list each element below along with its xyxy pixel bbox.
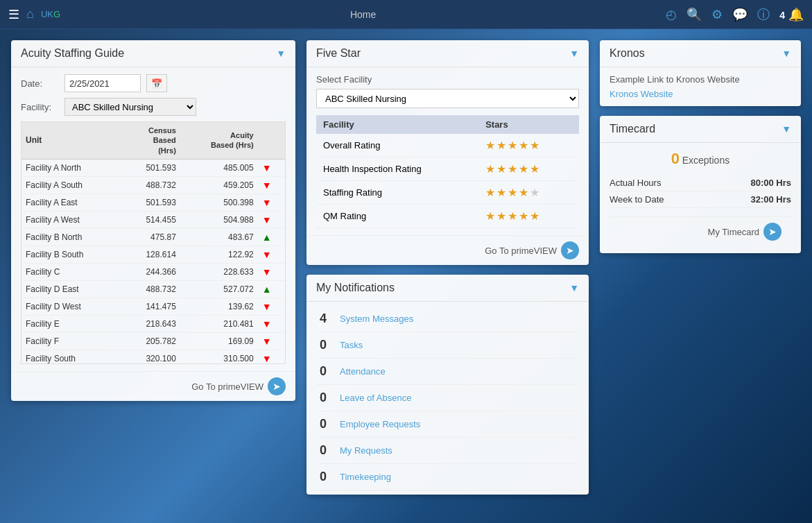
unit-cell: Facility A South [21, 176, 122, 194]
acuity-go-button[interactable]: ➤ [268, 377, 286, 395]
star-icon: ★ [519, 139, 530, 151]
acuity-cell: 483.67 [180, 228, 258, 246]
down-arrow-icon: ▼ [262, 180, 272, 191]
chat-icon[interactable]: 💬 [732, 7, 748, 22]
acuity-collapse-icon[interactable]: ▼ [276, 48, 286, 59]
down-arrow-icon: ▼ [262, 162, 272, 173]
stars-cell: ★★★★★ [478, 181, 579, 205]
table-row: Facility D West 141.475 139.62 ▼ [21, 298, 285, 315]
notification-item: 0 Attendance [316, 359, 579, 385]
notification-count: 0 [316, 443, 330, 458]
fivestar-go-link: Go To primeVIEW ➤ [306, 235, 589, 265]
census-cell: 320.100 [122, 350, 180, 364]
unit-cell: Facility E [21, 315, 122, 332]
census-cell: 218.643 [122, 315, 180, 332]
notification-link[interactable]: Timekeeping [340, 472, 391, 482]
facility-label-cell: Overall Rating [316, 134, 478, 157]
notification-item: 0 Leave of Absence [316, 385, 579, 411]
notification-link[interactable]: Tasks [340, 340, 363, 350]
fivestar-col-facility: Facility [316, 115, 478, 134]
notification-count: 0 [316, 470, 330, 484]
census-cell: 128.614 [122, 246, 180, 263]
calendar-button[interactable]: 📅 [146, 74, 167, 92]
kronos-title: Kronos [610, 47, 645, 60]
notification-link[interactable]: Leave of Absence [340, 393, 411, 403]
settings-icon[interactable]: ⚙ [711, 7, 723, 22]
facility-label-cell: Health Inspection Rating [316, 157, 478, 181]
kronos-header: Kronos ▼ [600, 40, 801, 67]
unit-cell: Facility A West [21, 211, 122, 228]
timecard-go-button[interactable]: ➤ [763, 223, 781, 241]
star-icon: ★ [496, 187, 508, 198]
kronos-body: Example Link to Kronos Website Kronos We… [600, 67, 801, 106]
star-icon: ★ [519, 163, 530, 175]
notifications-card: My Notifications ▼ 4 System Messages 0 T… [306, 275, 589, 495]
exceptions-label: Exceptions [682, 155, 729, 166]
acuity-cell: 500.398 [180, 194, 258, 211]
notification-link[interactable]: System Messages [340, 314, 413, 324]
fivestar-title: Five Star [316, 47, 361, 60]
timecard-row-label: Actual Hours [610, 178, 661, 188]
kronos-collapse-icon[interactable]: ▼ [781, 48, 791, 59]
census-cell: 501.593 [122, 194, 180, 211]
home-icon[interactable]: ⌂ [26, 7, 34, 22]
notification-link[interactable]: My Requests [340, 445, 392, 456]
fivestar-go-button[interactable]: ➤ [561, 241, 579, 259]
star-icon: ★ [485, 163, 496, 175]
date-input[interactable] [64, 74, 141, 92]
direction-cell: ▼ [258, 194, 285, 211]
timecard-row-value: 80:00 Hrs [750, 178, 791, 188]
facility-label-cell: Staffing Rating [316, 181, 478, 205]
notification-link[interactable]: Attendance [340, 366, 386, 377]
table-row: Overall Rating ★★★★★ [316, 134, 579, 157]
help-icon[interactable]: ⓘ [757, 6, 770, 23]
acuity-title: Acuity Staffing Guide [21, 47, 124, 60]
notifications-collapse-icon[interactable]: ▼ [569, 282, 579, 293]
star-icon: ★ [519, 187, 530, 198]
acuity-go-link: Go To primeVIEW ➤ [11, 371, 295, 401]
search-icon[interactable]: 🔍 [686, 7, 702, 22]
notifications-title: My Notifications [316, 282, 395, 294]
star-icon: ★ [530, 139, 541, 151]
star-icon: ★ [485, 187, 496, 198]
fivestar-collapse-icon[interactable]: ▼ [569, 48, 579, 59]
notification-badge[interactable]: 4 🔔 [779, 7, 804, 22]
direction-cell: ▼ [258, 298, 285, 315]
select-facility-label: Select Facility [316, 74, 579, 85]
stars-cell: ★★★★★ [478, 157, 579, 181]
direction-cell: ▼ [258, 315, 285, 332]
star-empty-icon: ★ [530, 187, 541, 198]
fivestar-facility-select[interactable]: ABC Skilled Nursing [316, 89, 579, 108]
timecard-go-label: My Timecard [708, 227, 759, 237]
fivestar-header: Five Star ▼ [306, 40, 589, 67]
census-cell: 488.732 [122, 280, 180, 298]
star-icon: ★ [496, 163, 508, 175]
date-row: Date: 📅 [21, 74, 286, 92]
direction-cell: ▼ [258, 332, 285, 350]
fivestar-go-label: Go To primeVIEW [485, 246, 557, 256]
timecard-collapse-icon[interactable]: ▼ [781, 123, 791, 135]
exceptions-row: 0 Exceptions [610, 150, 791, 168]
kronos-link[interactable]: Kronos Website [610, 89, 673, 99]
notification-item: 0 Tasks [316, 332, 579, 359]
clock-icon[interactable]: ◴ [666, 7, 677, 22]
direction-cell: ▼ [258, 263, 285, 280]
fivestar-body: Select Facility ABC Skilled Nursing Faci… [306, 67, 589, 235]
census-cell: 475.87 [122, 228, 180, 246]
facility-select[interactable]: ABC Skilled Nursing [64, 98, 196, 116]
acuity-cell: 122.92 [180, 246, 258, 263]
col-dir [258, 122, 285, 159]
up-arrow-icon: ▲ [262, 232, 272, 243]
hamburger-icon[interactable]: ☰ [8, 7, 19, 22]
exceptions-count: 0 [671, 150, 680, 167]
main-content: Acuity Staffing Guide ▼ Date: 📅 Facility… [0, 29, 812, 523]
table-row: Facility South 320.100 310.500 ▼ [21, 350, 285, 364]
down-arrow-icon: ▼ [262, 353, 272, 364]
acuity-cell: 139.62 [180, 298, 258, 315]
census-cell: 514.455 [122, 211, 180, 228]
notification-link[interactable]: Employee Requests [340, 419, 420, 429]
table-row: Facility A East 501.593 500.398 ▼ [21, 194, 285, 211]
unit-cell: Facility C [21, 263, 122, 280]
unit-cell: Facility B South [21, 246, 122, 263]
unit-cell: Facility D East [21, 280, 122, 298]
